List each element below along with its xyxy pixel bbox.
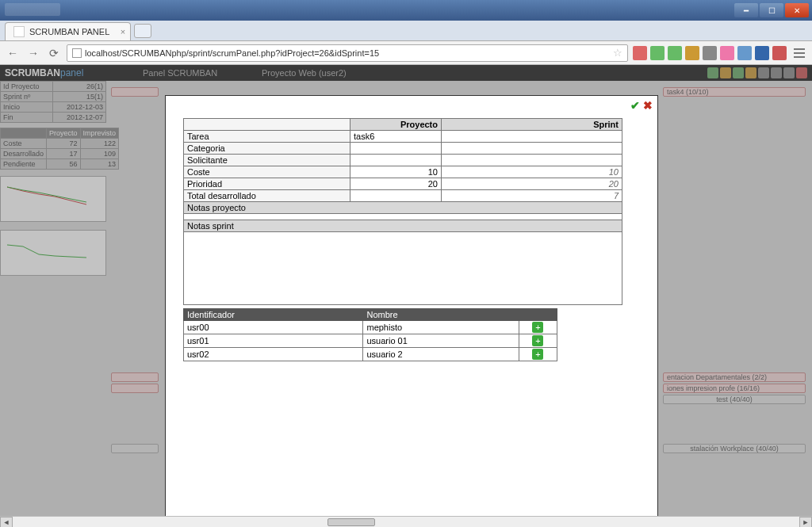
user-row: usr00 mephisto + <box>184 321 557 334</box>
extension-icon[interactable] <box>668 46 682 60</box>
row-notas-proyecto-header: Notas proyecto <box>184 202 622 214</box>
user-name: usuario 01 <box>363 334 519 348</box>
extension-icon[interactable] <box>633 46 647 60</box>
tab-label: SCRUMBAN PANEL <box>29 27 109 36</box>
address-bar[interactable]: localhost/SCRUMBANphp/sprint/scrumPanel.… <box>67 44 628 62</box>
extension-icon[interactable] <box>685 46 699 60</box>
row-prioridad: Prioridad 20 20 <box>184 178 622 190</box>
page-icon <box>72 48 82 58</box>
user-name: mephisto <box>363 321 519 334</box>
extension-icon[interactable] <box>737 46 752 60</box>
user-row: usr01 usuario 01 + <box>184 334 557 348</box>
user-assign-table: Identificador Nombre usr00 mephisto + us… <box>183 308 557 361</box>
textarea-notas-sprint[interactable] <box>184 232 622 305</box>
row-notas-sprint-body <box>184 232 622 305</box>
window-title-area <box>5 3 60 16</box>
browser-tab[interactable]: SCRUMBAN PANEL × <box>5 22 131 40</box>
value-coste-sprint[interactable]: 10 <box>442 166 622 178</box>
user-col-name: Nombre <box>363 309 519 321</box>
row-solicitante: Solicitante <box>184 155 622 166</box>
value-tarea-proyecto[interactable]: task6 <box>350 131 442 143</box>
value-prioridad-proyecto[interactable]: 20 <box>350 178 442 190</box>
extension-icon[interactable] <box>772 46 787 60</box>
bookmark-star-icon[interactable]: ☆ <box>613 47 622 59</box>
extension-icon[interactable] <box>755 46 769 60</box>
user-col-action <box>519 309 557 321</box>
extension-icons <box>633 46 787 60</box>
user-id: usr02 <box>184 348 363 361</box>
value-total-sprint: 7 <box>442 190 622 202</box>
reload-button[interactable]: ⟳ <box>46 45 62 61</box>
window-titlebar: ━ ☐ ✕ <box>0 0 812 21</box>
value-total-proyecto <box>350 190 442 202</box>
horizontal-scrollbar[interactable]: ◄ ► <box>0 516 812 527</box>
new-tab-button[interactable] <box>134 24 151 38</box>
task-details-table: Proyecto Sprint Tarea task6 Categoria So… <box>183 118 622 305</box>
extension-icon[interactable] <box>703 46 717 60</box>
value-coste-proyecto[interactable]: 10 <box>350 166 442 178</box>
value-prioridad-sprint[interactable]: 20 <box>442 178 622 190</box>
row-tarea: Tarea task6 <box>184 131 622 143</box>
tab-favicon <box>13 26 25 37</box>
modal-cancel-icon[interactable]: ✖ <box>643 99 653 112</box>
user-id: usr00 <box>184 321 363 334</box>
task-edit-modal: ✔ ✖ Proyecto Sprint Tarea task6 Categori… <box>165 95 658 527</box>
user-row: usr02 usuario 2 + <box>184 348 557 361</box>
modal-confirm-icon[interactable]: ✔ <box>630 99 640 112</box>
value-tarea-sprint[interactable] <box>442 131 622 143</box>
chrome-menu-icon[interactable] <box>791 47 807 59</box>
extension-icon[interactable] <box>720 46 734 60</box>
scroll-track[interactable] <box>13 517 799 528</box>
value-categoria-sprint[interactable] <box>442 143 622 155</box>
modal-overlay: ✔ ✖ Proyecto Sprint Tarea task6 Categori… <box>0 65 812 516</box>
user-id: usr01 <box>184 334 363 348</box>
label-notas-sprint: Notas sprint <box>184 220 622 232</box>
scroll-right-arrow[interactable]: ► <box>799 517 812 528</box>
user-name: usuario 2 <box>363 348 519 361</box>
label-categoria: Categoria <box>184 143 350 155</box>
url-text: localhost/SCRUMBANphp/sprint/scrumPanel.… <box>85 48 379 58</box>
label-notas-proyecto: Notas proyecto <box>184 202 622 214</box>
label-tarea: Tarea <box>184 131 350 143</box>
window-close-button[interactable]: ✕ <box>785 3 809 17</box>
value-solicitante-proyecto[interactable] <box>350 155 442 166</box>
row-notas-sprint-header: Notas sprint <box>184 220 622 232</box>
label-prioridad: Prioridad <box>184 178 350 190</box>
scroll-thumb[interactable] <box>327 518 375 526</box>
row-notas-proyecto-body <box>184 214 622 220</box>
row-categoria: Categoria <box>184 143 622 155</box>
label-coste: Coste <box>184 166 350 178</box>
textarea-notas-proyecto[interactable] <box>184 214 622 220</box>
col-header-sprint: Sprint <box>442 119 622 131</box>
scroll-left-arrow[interactable]: ◄ <box>0 517 13 528</box>
col-header-blank <box>184 119 350 131</box>
window-minimize-button[interactable]: ━ <box>734 3 758 17</box>
label-solicitante: Solicitante <box>184 155 350 166</box>
row-total: Total desarrollado 7 <box>184 190 622 202</box>
browser-toolbar: ← → ⟳ localhost/SCRUMBANphp/sprint/scrum… <box>0 41 812 65</box>
back-button[interactable]: ← <box>5 45 21 61</box>
tab-close-icon[interactable]: × <box>121 27 125 36</box>
extension-icon[interactable] <box>650 46 665 60</box>
value-solicitante-sprint[interactable] <box>442 155 622 166</box>
row-coste: Coste 10 10 <box>184 166 622 178</box>
label-total: Total desarrollado <box>184 190 350 202</box>
col-header-proyecto: Proyecto <box>350 119 442 131</box>
user-col-id: Identificador <box>184 309 363 321</box>
forward-button[interactable]: → <box>25 45 41 61</box>
add-user-icon[interactable]: + <box>532 322 543 333</box>
value-categoria-proyecto[interactable] <box>350 143 442 155</box>
window-maximize-button[interactable]: ☐ <box>760 3 783 17</box>
add-user-icon[interactable]: + <box>532 349 543 360</box>
browser-tab-strip: SCRUMBAN PANEL × <box>0 21 812 41</box>
add-user-icon[interactable]: + <box>532 335 543 346</box>
